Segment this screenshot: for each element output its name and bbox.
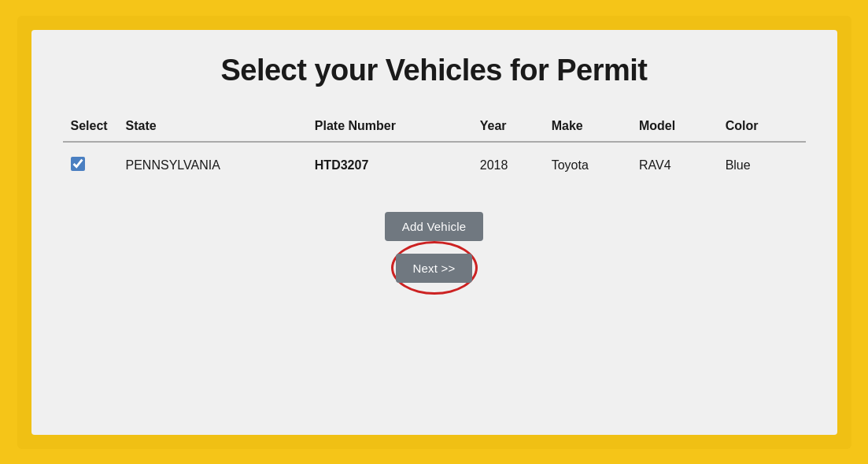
table-cell-color: Blue	[726, 142, 806, 188]
table-cell-make: Toyota	[552, 142, 639, 188]
vehicle-table: Select State Plate Number Year Make Mode…	[63, 111, 806, 188]
col-header-plate-number: Plate Number	[315, 111, 480, 142]
page-title: Select your Vehicles for Permit	[63, 54, 806, 87]
table-cell-state: PENNSYLVANIA	[126, 142, 315, 188]
table-row: PENNSYLVANIAHTD32072018ToyotaRAV4Blue	[63, 142, 806, 188]
table-header-row: Select State Plate Number Year Make Mode…	[63, 111, 806, 142]
col-header-select: Select	[63, 111, 126, 142]
card: Select your Vehicles for Permit Select S…	[31, 30, 837, 435]
col-header-state: State	[126, 111, 315, 142]
table-cell-plate-number: HTD3207	[315, 142, 480, 188]
outer-border: Select your Vehicles for Permit Select S…	[17, 16, 851, 449]
next-button[interactable]: Next >>	[396, 254, 473, 283]
col-header-make: Make	[552, 111, 639, 142]
add-vehicle-button[interactable]: Add Vehicle	[385, 212, 483, 241]
col-header-year: Year	[480, 111, 552, 142]
table-cell-model: RAV4	[639, 142, 726, 188]
button-area: Add Vehicle Next >>	[63, 212, 806, 283]
table-cell-select[interactable]	[63, 142, 126, 188]
next-button-wrapper: Next >>	[396, 254, 473, 283]
table-cell-year: 2018	[480, 142, 552, 188]
vehicle-checkbox[interactable]	[71, 157, 85, 171]
col-header-model: Model	[639, 111, 726, 142]
col-header-color: Color	[726, 111, 806, 142]
